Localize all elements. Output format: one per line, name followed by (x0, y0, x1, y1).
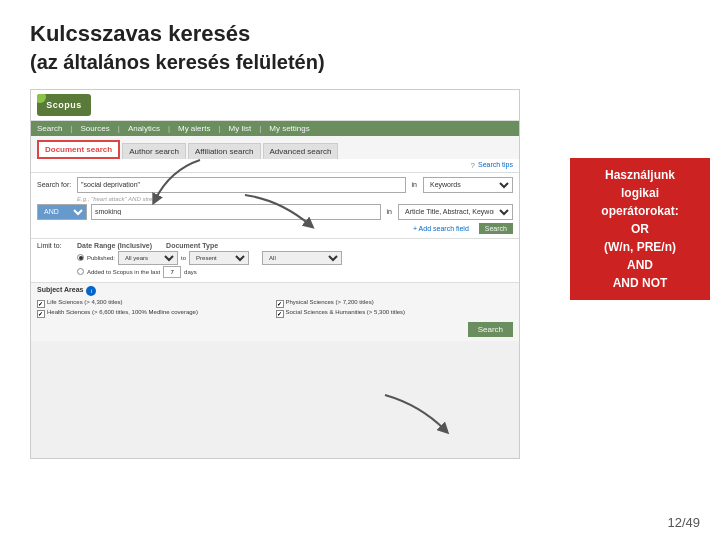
search-for-label: Search for: (37, 181, 73, 188)
search-row-2: AND OR AND NOT in Article Title, Abstrac… (37, 204, 513, 220)
annotation-line4: OR (580, 220, 700, 238)
published-radio[interactable] (77, 254, 84, 261)
added-radio[interactable] (77, 268, 84, 275)
tab-document-search[interactable]: Document search (37, 140, 120, 159)
scopus-logo-dot (37, 94, 46, 103)
nav-mylist[interactable]: My list (229, 124, 252, 133)
nav-sources[interactable]: Sources (80, 124, 109, 133)
social-sciences-label: Social Sciences & Humanities (> 5,300 ti… (286, 309, 406, 315)
search-tips-area: ? Search tips (31, 159, 519, 172)
days-label: days (184, 269, 197, 275)
search-tips-link[interactable]: Search tips (478, 161, 513, 170)
life-sciences-checkbox[interactable]: ✓ (37, 300, 45, 308)
limit-area: Limit to: Date Range (Inclusive) Documen… (31, 238, 519, 282)
annotation-box: Használjunk logikai operátorokat: OR (W/… (570, 158, 710, 300)
annotation-line2: logikai (580, 184, 700, 202)
in-label-1: in (412, 181, 417, 188)
page-number: 12/49 (667, 515, 700, 530)
keyword-select-1[interactable]: Keywords (423, 177, 513, 193)
slide-container: Kulcsszavas keresés (az általános keresé… (0, 0, 720, 540)
tab-advanced-search[interactable]: Advanced search (263, 143, 339, 159)
add-search-row: + Add search field Search (37, 223, 513, 234)
add-search-field-btn[interactable]: + Add search field (413, 225, 469, 232)
annotation-line6: AND (580, 256, 700, 274)
scopus-logo: Scopus (37, 94, 91, 116)
health-sciences-label: Health Sciences (> 6,600 titles, 100% Me… (47, 309, 198, 315)
annotation-line3: operátorokat: (580, 202, 700, 220)
published-radio-row: Published: All years to Present All (77, 251, 513, 265)
annotation-line5: (W/n, PRE/n) (580, 238, 700, 256)
nav-bar: Search | Sources | Analytics | My alerts… (31, 121, 519, 136)
limit-row: Limit to: Date Range (Inclusive) Documen… (37, 242, 513, 249)
nav-myalerts[interactable]: My alerts (178, 124, 210, 133)
life-sciences-label: Life Sciences (> 4,300 titles) (47, 299, 123, 305)
subject-footer: Search (37, 322, 513, 337)
search-row-1: Search for: in Keywords (37, 177, 513, 193)
subject-areas-label: Subject Areas (37, 286, 83, 293)
added-label: Added to Scopus in the last (87, 269, 160, 275)
search-form: Search for: in Keywords E.g., "heart att… (31, 172, 519, 238)
present-select[interactable]: Present (189, 251, 249, 265)
subtitle: (az általános keresés felületén) (30, 49, 690, 75)
info-icon[interactable]: i (86, 286, 96, 296)
input-hint: E.g., "heart attack" AND stress (77, 196, 513, 202)
days-input[interactable] (163, 266, 181, 278)
doc-type-select[interactable]: All (262, 251, 342, 265)
to-label: to (181, 255, 186, 261)
nav-analytics[interactable]: Analytics (128, 124, 160, 133)
annotation-line7: AND NOT (580, 274, 700, 292)
doc-type-label: Document Type (166, 242, 218, 249)
all-years-select[interactable]: All years (118, 251, 178, 265)
subject-health-sciences: ✓ Health Sciences (> 6,600 titles, 100% … (37, 309, 275, 318)
title-block: Kulcsszavas keresés (az általános keresé… (30, 20, 690, 75)
nav-search[interactable]: Search (37, 124, 62, 133)
added-radio-row: Added to Scopus in the last days (77, 266, 513, 278)
search-button-top[interactable]: Search (479, 223, 513, 234)
subject-grid: ✓ Life Sciences (> 4,300 titles) ✓ Physi… (37, 299, 513, 318)
scopus-logo-text: Scopus (46, 100, 82, 110)
subject-life-sciences: ✓ Life Sciences (> 4,300 titles) (37, 299, 275, 308)
search-input-2[interactable] (91, 204, 381, 220)
search-button-bottom[interactable]: Search (468, 322, 513, 337)
subject-area: Subject Areas i ✓ Life Sciences (> 4,300… (31, 282, 519, 341)
social-sciences-checkbox[interactable]: ✓ (276, 310, 284, 318)
annotation-line1: Használjunk (580, 166, 700, 184)
physical-sciences-checkbox[interactable]: ✓ (276, 300, 284, 308)
nav-mysettings[interactable]: My settings (269, 124, 309, 133)
in-label-2: in (387, 208, 392, 215)
published-label: Published: (87, 255, 115, 261)
search-tabs: Document search Author search Affiliatio… (31, 136, 519, 159)
physical-sciences-label: Physical Sciences (> 7,200 titles) (286, 299, 374, 305)
health-sciences-checkbox[interactable]: ✓ (37, 310, 45, 318)
limit-to-label: Limit to: (37, 242, 73, 249)
main-title: Kulcsszavas keresés (30, 20, 690, 49)
screenshot-area: Scopus Search | Sources | Analytics | My… (30, 89, 520, 459)
scopus-header: Scopus (31, 90, 519, 121)
tab-affiliation-search[interactable]: Affiliation search (188, 143, 261, 159)
date-range-label: Date Range (Inclusive) (77, 242, 152, 249)
search-input-1[interactable] (77, 177, 406, 193)
subject-social-sciences: ✓ Social Sciences & Humanities (> 5,300 … (276, 309, 514, 318)
subject-physical-sciences: ✓ Physical Sciences (> 7,200 titles) (276, 299, 514, 308)
keyword-select-2[interactable]: Article Title, Abstract, Keywords (398, 204, 513, 220)
tab-author-search[interactable]: Author search (122, 143, 186, 159)
boolean-operator-select[interactable]: AND OR AND NOT (37, 204, 87, 220)
